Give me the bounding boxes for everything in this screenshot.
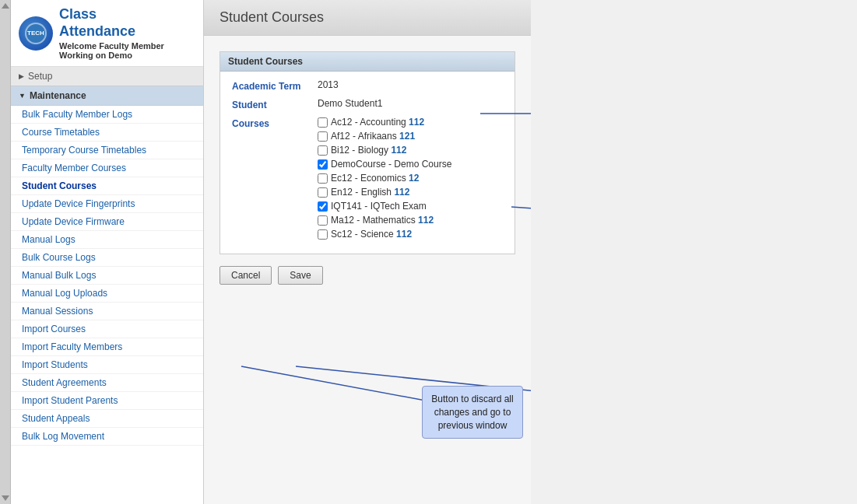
sidebar-item-import-student-parents[interactable]: Import Student Parents — [11, 392, 203, 410]
sidebar-item-import-courses[interactable]: Import Courses — [11, 320, 203, 338]
button-row: Cancel Save — [220, 266, 515, 289]
courses-label: Courses — [232, 117, 318, 129]
course-checkbox-bi12[interactable] — [318, 145, 328, 156]
course-checkbox-iqt141[interactable] — [318, 201, 328, 212]
course-item-bi12: Bi12 - Biology 112 — [318, 145, 451, 156]
sidebar-item-update-device-fingerprints[interactable]: Update Device Fingerprints — [11, 195, 203, 213]
panel-header: Student Courses — [220, 52, 515, 72]
course-checkbox-sc12[interactable] — [318, 229, 328, 240]
course-item-democourse: DemoCourse - Demo Course — [318, 159, 451, 170]
app-title-text: Class Attendance — [59, 6, 164, 40]
page-title: Student Courses — [220, 9, 515, 26]
sidebar-section-setup[interactable]: ▶ Setup — [11, 67, 203, 86]
setup-arrow-icon: ▶ — [19, 72, 24, 80]
sidebar-item-import-students[interactable]: Import Students — [11, 356, 203, 374]
class-word: Class — [59, 6, 97, 22]
course-item-ec12: Ec12 - Economics 12 — [318, 173, 451, 184]
sidebar-item-bulk-course-logs[interactable]: Bulk Course Logs — [11, 249, 203, 267]
setup-label: Setup — [28, 71, 52, 82]
course-item-en12: En12 - English 112 — [318, 187, 451, 198]
sidebar: TECH Class Attendance Welcome Faculty Me… — [11, 0, 204, 504]
sidebar-item-course-timetables[interactable]: Course Timetables — [11, 124, 203, 142]
student-row: Student Demo Student1 — [232, 98, 503, 110]
sidebar-header: TECH Class Attendance Welcome Faculty Me… — [11, 0, 203, 67]
student-courses-panel: Student Courses Academic Term 2013 Stude… — [220, 51, 515, 254]
course-checkbox-democourse[interactable] — [318, 159, 328, 170]
sidebar-item-manual-bulk-logs[interactable]: Manual Bulk Logs — [11, 267, 203, 285]
student-value: Demo Student1 — [318, 98, 382, 109]
courses-section: Courses Ac12 - Accounting 112 Af12 - Afr… — [232, 117, 503, 240]
content-area: Student Courses Academic Term 2013 Stude… — [204, 36, 531, 487]
sidebar-item-student-agreements[interactable]: Student Agreements — [11, 374, 203, 392]
maintenance-arrow-icon: ▼ — [19, 92, 26, 100]
sidebar-item-bulk-log-movement[interactable]: Bulk Log Movement — [11, 428, 203, 446]
course-item-sc12: Sc12 - Science 112 — [318, 229, 451, 240]
sidebar-item-manual-logs[interactable]: Manual Logs — [11, 231, 203, 249]
sidebar-item-update-device-firmware[interactable]: Update Device Firmware — [11, 213, 203, 231]
academic-term-value: 2013 — [318, 79, 339, 90]
page-header: Student Courses — [204, 0, 531, 36]
scroll-up-arrow[interactable] — [2, 3, 9, 9]
sidebar-item-student-appeals[interactable]: Student Appeals — [11, 410, 203, 428]
sidebar-item-manual-sessions[interactable]: Manual Sessions — [11, 303, 203, 320]
course-item-iqt141: IQT141 - IQTech Exam — [318, 201, 451, 212]
course-item-ma12: Ma12 - Mathematics 112 — [318, 215, 451, 226]
sidebar-item-faculty-member-courses[interactable]: Faculty Member Courses — [11, 159, 203, 177]
academic-term-label: Academic Term — [232, 79, 318, 92]
sidebar-section-maintenance[interactable]: ▼ Maintenance — [11, 86, 203, 106]
student-label: Student — [232, 98, 318, 110]
course-checkbox-ec12[interactable] — [318, 173, 328, 184]
course-checkbox-en12[interactable] — [318, 187, 328, 198]
maintenance-label: Maintenance — [30, 90, 86, 101]
sidebar-item-temporary-course-timetables[interactable]: Temporary Course Timetables — [11, 142, 203, 159]
cancel-button[interactable]: Cancel — [220, 266, 272, 285]
scroll-handle[interactable] — [0, 0, 11, 504]
save-button[interactable]: Save — [278, 266, 322, 285]
course-checkbox-ma12[interactable] — [318, 215, 328, 226]
sidebar-item-student-courses[interactable]: Student Courses — [11, 177, 203, 195]
sidebar-item-bulk-faculty-logs[interactable]: Bulk Faculty Member Logs — [11, 106, 203, 124]
app-logo: TECH — [19, 16, 53, 51]
course-checkbox-af12[interactable] — [318, 131, 328, 142]
course-item-af12: Af12 - Afrikaans 121 — [318, 131, 451, 142]
sidebar-item-manual-log-uploads[interactable]: Manual Log Uploads — [11, 285, 203, 303]
course-checkbox-ac12[interactable] — [318, 117, 328, 128]
course-item-ac12: Ac12 - Accounting 112 — [318, 117, 451, 128]
svg-line-3 — [241, 366, 430, 401]
scroll-down-arrow[interactable] — [2, 495, 9, 501]
attendance-word: Attendance — [59, 23, 135, 39]
app-title: Class Attendance Welcome Faculty Member … — [59, 6, 164, 60]
tooltip-cancel-description: Button to discard all changes and go to … — [422, 386, 523, 439]
main-content: Student Courses Student Courses Academic… — [204, 0, 531, 504]
form-body: Academic Term 2013 Student Demo Student1… — [220, 72, 515, 254]
courses-list: Ac12 - Accounting 112 Af12 - Afrikaans 1… — [318, 117, 451, 240]
academic-term-row: Academic Term 2013 — [232, 79, 503, 92]
sidebar-item-import-faculty-members[interactable]: Import Faculty Members — [11, 338, 203, 356]
sidebar-nav: Bulk Faculty Member Logs Course Timetabl… — [11, 106, 203, 446]
subtitle: Welcome Faculty Member Working on Demo — [59, 41, 164, 60]
